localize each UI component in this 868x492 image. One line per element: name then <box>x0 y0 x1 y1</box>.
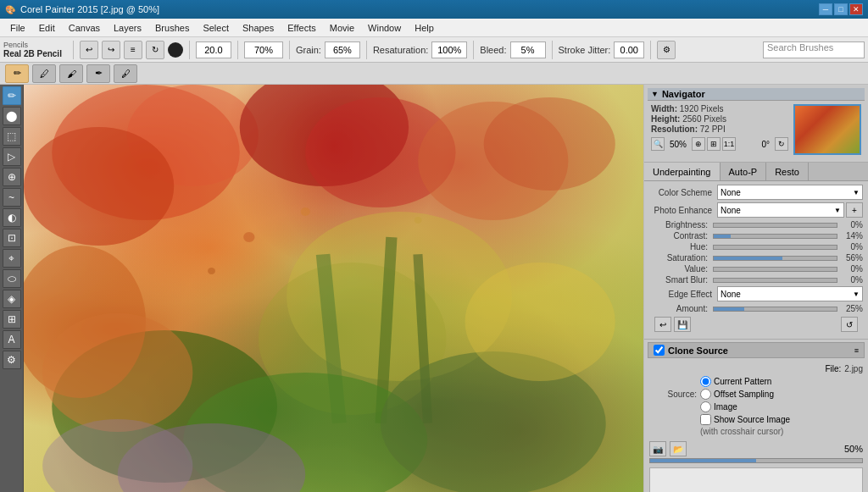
brush-icon-3[interactable]: 🖌 <box>59 64 83 83</box>
brush-icon-4[interactable]: ✒ <box>86 64 110 83</box>
nav-rotation: 0° <box>758 140 773 149</box>
maximize-button[interactable]: □ <box>834 3 848 15</box>
nav-zoom-out[interactable]: 🔍 <box>651 137 665 151</box>
svg-point-21 <box>415 217 422 224</box>
tool-magic-wand[interactable]: ◈ <box>3 290 21 308</box>
navigator-title-bar: ▼ Navigator <box>648 88 865 101</box>
save-btn[interactable]: 💾 <box>674 317 691 332</box>
search-brushes[interactable]: Search Brushes <box>763 41 865 58</box>
menu-file[interactable]: File <box>3 21 32 35</box>
tab-underpainting[interactable]: Underpainting <box>644 163 721 180</box>
edge-effect-select[interactable]: None <box>717 286 863 301</box>
separator-2 <box>189 41 190 59</box>
brush-settings-btn[interactable]: ≡ <box>124 41 142 59</box>
minimize-button[interactable]: ─ <box>819 3 832 15</box>
tool-smear[interactable]: ~ <box>3 188 21 207</box>
menu-select[interactable]: Select <box>196 21 236 35</box>
menu-window[interactable]: Window <box>361 21 408 35</box>
menu-help[interactable]: Help <box>408 21 441 35</box>
brush-preview <box>168 42 183 58</box>
source-offset-sampling[interactable]: Offset Sampling <box>700 389 774 400</box>
tab-resto[interactable]: Resto <box>766 163 809 180</box>
clone-opacity-slider[interactable] <box>649 458 863 463</box>
show-source-checkbox[interactable] <box>700 414 711 425</box>
resat-input[interactable]: 100% <box>431 41 467 58</box>
size-input[interactable]: 20.0 <box>196 41 231 58</box>
value-slider[interactable] <box>713 267 837 272</box>
close-button[interactable]: ✕ <box>849 3 863 15</box>
nav-rotate[interactable]: ↻ <box>775 137 788 151</box>
main-area: ✏ ⬤ ⬚ ▷ ⊕ ~ ◐ ⊡ ⌖ ⬭ ◈ ⊞ A ⚙ <box>0 85 868 492</box>
brush-icon-1[interactable]: ✏ <box>5 64 29 83</box>
source-image[interactable]: Image <box>700 401 774 412</box>
tool-clone[interactable]: ⊕ <box>3 168 21 186</box>
value-label: Value: <box>649 264 713 274</box>
nav-zoom-value: 50% <box>666 140 690 149</box>
menu-effects[interactable]: Effects <box>281 21 322 35</box>
source-current-pattern[interactable]: Current Pattern <box>700 376 774 387</box>
underpainting-body: Color Scheme None Photo Enhance None + B… <box>644 181 868 339</box>
clone-checkbox[interactable] <box>654 345 665 356</box>
menu-canvas[interactable]: Canvas <box>62 21 107 35</box>
contrast-val: 14% <box>837 231 863 240</box>
grain-input[interactable]: 65% <box>325 41 360 58</box>
menu-brushes[interactable]: Brushes <box>148 21 196 35</box>
saturation-slider[interactable] <box>713 256 837 261</box>
nav-height: Height: 2560 Pixels <box>651 114 788 124</box>
brush-dab-btn[interactable]: ↩ <box>80 41 98 59</box>
color-scheme-select[interactable]: None <box>717 185 863 200</box>
brush-icon-2[interactable]: 🖊 <box>32 64 56 83</box>
smart-blur-val: 0% <box>837 275 863 285</box>
brush-icon-5[interactable]: 🖋 <box>114 64 137 83</box>
menu-edit[interactable]: Edit <box>32 21 62 35</box>
tool-brush[interactable]: ⬤ <box>3 107 21 125</box>
undo-btn[interactable]: ↩ <box>654 317 671 332</box>
tool-transform[interactable]: ⌖ <box>3 249 21 268</box>
nav-100[interactable]: 1:1 <box>722 137 736 151</box>
photo-enhance-add[interactable]: + <box>846 202 863 218</box>
tool-shape[interactable]: ⊞ <box>3 310 21 329</box>
color-scheme-label: Color Scheme <box>649 188 717 197</box>
nav-fit[interactable]: ⊞ <box>707 137 721 151</box>
navigator-thumbnail <box>793 104 861 155</box>
clone-open[interactable]: 📂 <box>670 441 687 456</box>
tool-text[interactable]: A <box>3 330 21 349</box>
menu-layers[interactable]: Layers <box>107 21 148 35</box>
amount-slider[interactable] <box>713 307 837 312</box>
nav-zoom-in[interactable]: ⊕ <box>692 137 705 151</box>
window-title: Corel Painter 2015 [2.jpg @ 50%] <box>20 4 819 14</box>
smart-blur-slider[interactable] <box>713 278 837 283</box>
hue-slider[interactable] <box>713 245 837 250</box>
canvas-area[interactable] <box>24 85 643 492</box>
nav-controls: 🔍 50% ⊕ ⊞ 1:1 0° ↻ <box>651 137 788 151</box>
tool-eraser[interactable]: ⬚ <box>3 127 21 146</box>
tool-selection[interactable]: ⬭ <box>3 269 21 288</box>
bleed-input[interactable]: 5% <box>510 41 546 58</box>
jitter-input[interactable]: 0.00 <box>614 41 644 58</box>
brush-rotate-btn[interactable]: ↻ <box>146 41 164 59</box>
opacity-input[interactable]: 70% <box>244 41 283 58</box>
window-controls[interactable]: ─ □ ✕ <box>819 3 863 15</box>
menu-movie[interactable]: Movie <box>323 21 361 35</box>
svg-point-6 <box>484 97 615 191</box>
photo-enhance-select[interactable]: None <box>717 202 844 218</box>
bleed-label: Bleed: <box>480 45 506 55</box>
clone-capture[interactable]: 📷 <box>649 441 666 456</box>
svg-point-16 <box>42 313 192 432</box>
settings-cog[interactable]: ⚙ <box>657 41 676 59</box>
tool-pencil[interactable]: ✏ <box>3 86 21 105</box>
tab-auto-p[interactable]: Auto-P <box>721 163 767 180</box>
reset-btn[interactable]: ↺ <box>841 317 858 332</box>
brightness-label: Brightness: <box>649 220 713 229</box>
tool-dodge[interactable]: ◐ <box>3 208 21 227</box>
tool-fill[interactable]: ▷ <box>3 147 21 166</box>
contrast-slider[interactable] <box>713 234 837 239</box>
clone-header[interactable]: Clone Source ≡ <box>648 342 865 358</box>
brightness-slider[interactable] <box>713 223 837 228</box>
navigator-collapse-icon[interactable]: ▼ <box>651 90 659 98</box>
clone-menu-icon[interactable]: ≡ <box>854 346 859 355</box>
tool-layer-adjust[interactable]: ⚙ <box>3 351 21 369</box>
tool-crop[interactable]: ⊡ <box>3 229 21 247</box>
menu-shapes[interactable]: Shapes <box>236 21 281 35</box>
brush-stroke-btn[interactable]: ↪ <box>102 41 120 59</box>
